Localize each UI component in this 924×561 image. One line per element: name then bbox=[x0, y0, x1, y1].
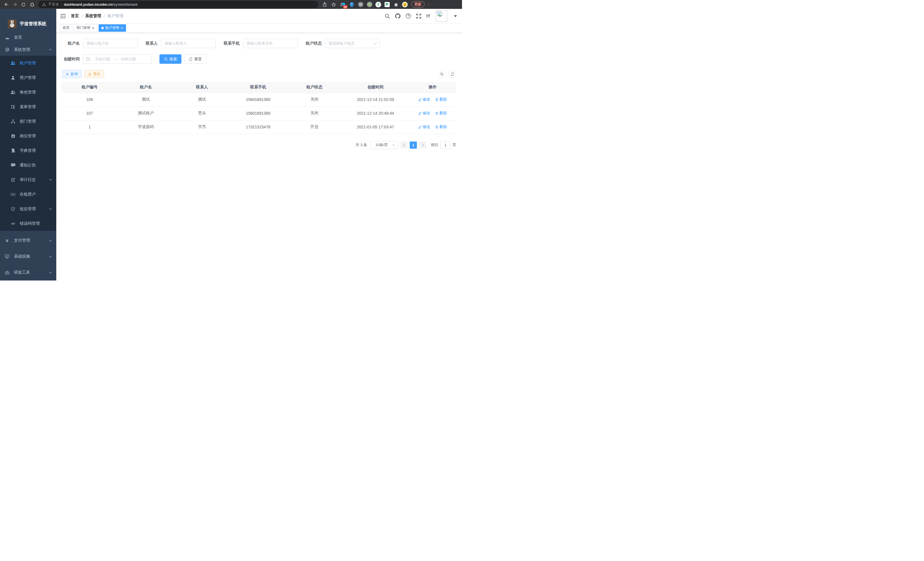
date-range-picker[interactable]: - bbox=[83, 54, 152, 64]
extensions-puzzle-icon[interactable] bbox=[393, 2, 399, 8]
field-label: 租户状态 bbox=[306, 41, 322, 46]
filter-tenant-name: 租户名 bbox=[62, 39, 138, 48]
contact-input[interactable] bbox=[161, 39, 216, 48]
extension-y-icon[interactable]: Y bbox=[375, 2, 381, 8]
sidebar-item-notice[interactable]: 通知公告 bbox=[0, 158, 56, 172]
table-row: 1 芋道源码 芋艿 17321315478 开启 2021-01-05 17:0… bbox=[62, 120, 456, 134]
sidebar-item-user[interactable]: 用户管理 bbox=[0, 70, 56, 85]
sidebar-item-label: 首页 bbox=[14, 35, 52, 40]
font-size-icon[interactable]: tT bbox=[426, 14, 430, 18]
share-icon[interactable] bbox=[321, 1, 328, 8]
refresh-table-icon[interactable] bbox=[448, 70, 456, 78]
reload-icon[interactable] bbox=[20, 1, 27, 8]
sidebar-item-error-code[interactable]: </> 错误码管理 bbox=[0, 216, 56, 231]
warning-triangle-icon bbox=[42, 3, 46, 6]
sidebar-item-sms[interactable]: 短信管理 bbox=[0, 202, 56, 216]
page-size-select[interactable]: 10条/页 bbox=[370, 141, 398, 149]
sidebar-item-audit-log[interactable]: 审计日志 bbox=[0, 172, 56, 187]
forward-icon[interactable] bbox=[11, 1, 18, 8]
chrome-update-button[interactable]: 更新 bbox=[411, 1, 424, 8]
sidebar-item-role[interactable]: 角色管理 bbox=[0, 85, 56, 99]
status-select[interactable] bbox=[325, 39, 380, 48]
navbar-actions: tT bbox=[385, 10, 457, 22]
sidebar-item-label: 字典管理 bbox=[20, 148, 52, 153]
close-icon[interactable] bbox=[92, 27, 94, 29]
cell-status: 关闭 bbox=[287, 93, 342, 106]
extension-command-icon[interactable]: ⌘ bbox=[358, 2, 363, 8]
edit-label: 修改 bbox=[423, 124, 430, 129]
tenant-name-input[interactable] bbox=[83, 39, 138, 48]
url-bar[interactable]: 不安全 dashboard.yudao.iocoder.cn/system/te… bbox=[38, 1, 318, 8]
end-date-input[interactable] bbox=[117, 57, 140, 61]
sidebar-item-label: 基础设施 bbox=[14, 254, 49, 259]
sidebar-item-tenant[interactable]: 租户管理 bbox=[0, 56, 56, 70]
extension-recorder-icon[interactable] bbox=[367, 2, 372, 8]
extension-monkey-icon[interactable]: 10 bbox=[340, 2, 346, 8]
sidebar-item-post[interactable]: 岗位管理 bbox=[0, 129, 56, 143]
sms-shield-icon bbox=[10, 207, 15, 211]
field-label: 租户名 bbox=[62, 41, 80, 46]
add-button[interactable]: 新增 bbox=[62, 70, 81, 78]
edit-link[interactable]: 修改 bbox=[418, 111, 430, 116]
help-icon[interactable] bbox=[405, 13, 411, 19]
mobile-input[interactable] bbox=[243, 39, 298, 48]
export-button[interactable]: 导出 bbox=[84, 70, 104, 78]
prev-page-button[interactable] bbox=[400, 141, 407, 149]
sidebar-logo[interactable]: 芋道管理系统 bbox=[0, 9, 56, 32]
reset-button[interactable]: 重置 bbox=[184, 54, 206, 64]
sidebar-item-infra[interactable]: 基础设施 bbox=[0, 248, 56, 265]
logo-rabbit-image bbox=[8, 20, 16, 28]
cell-tenant-id: 1 bbox=[62, 120, 117, 134]
browser-menu-icon[interactable]: ⋮ bbox=[427, 2, 431, 7]
breadcrumb-home[interactable]: 首页 bbox=[71, 14, 79, 19]
sidebar-item-dev-tools[interactable]: 研发工具 bbox=[0, 265, 56, 281]
page-number-1[interactable]: 1 bbox=[410, 141, 417, 149]
sidebar-item-home[interactable]: 首页 bbox=[0, 32, 56, 44]
tab-dept[interactable]: 部门管理 bbox=[74, 24, 97, 32]
cell-mobile: 15601691300 bbox=[230, 93, 286, 106]
status-select-input[interactable] bbox=[325, 39, 380, 48]
delete-link[interactable]: 删除 bbox=[435, 111, 447, 116]
sidebar-item-dept[interactable]: 部门管理 bbox=[0, 114, 56, 129]
sidebar-item-menu[interactable]: 菜单管理 bbox=[0, 99, 56, 114]
sidebar-item-system[interactable]: 系统管理 bbox=[0, 44, 56, 56]
col-contact: 联系人 bbox=[174, 82, 230, 93]
breadcrumb-system[interactable]: 系统管理 bbox=[85, 14, 101, 19]
col-status: 租户状态 bbox=[287, 82, 342, 93]
field-label: 创建时间 bbox=[62, 57, 80, 62]
sidebar-item-dict[interactable]: 字典管理 bbox=[0, 143, 56, 158]
header-search-icon[interactable] bbox=[385, 14, 390, 19]
tab-tenant[interactable]: 租户管理 bbox=[99, 24, 126, 32]
avatar-caret-down-icon[interactable] bbox=[454, 15, 457, 17]
profile-avatar-icon[interactable] bbox=[402, 2, 408, 8]
home-icon[interactable] bbox=[28, 1, 35, 8]
jump-page-input[interactable] bbox=[440, 141, 451, 149]
tab-home[interactable]: 首页 bbox=[60, 24, 72, 32]
sidebar-item-online-user[interactable]: 在线用户 bbox=[0, 187, 56, 202]
edit-link[interactable]: 修改 bbox=[418, 97, 430, 102]
fullscreen-icon[interactable] bbox=[416, 14, 422, 19]
tools-briefcase-icon bbox=[4, 271, 10, 275]
sidebar-item-pay[interactable]: ¥ 支付管理 bbox=[0, 232, 56, 248]
extension-balloon-icon[interactable] bbox=[349, 2, 355, 8]
close-icon[interactable] bbox=[121, 27, 123, 29]
extension-flag-icon[interactable] bbox=[384, 2, 390, 8]
next-page-button[interactable] bbox=[419, 141, 426, 149]
user-avatar-broken-image[interactable] bbox=[436, 10, 447, 22]
back-icon[interactable] bbox=[3, 1, 10, 8]
edit-link[interactable]: 修改 bbox=[418, 124, 430, 129]
jump-prefix: 前往 bbox=[431, 142, 438, 147]
url-path: /system/tenant bbox=[112, 3, 138, 7]
calendar-icon bbox=[86, 57, 90, 61]
delete-link[interactable]: 删除 bbox=[435, 97, 447, 102]
search-button[interactable]: 搜索 bbox=[159, 54, 182, 64]
filter-row-1: 租户名 联系人 联系手机 租户状态 bbox=[62, 39, 456, 48]
github-icon[interactable] bbox=[395, 13, 400, 19]
active-dot bbox=[101, 27, 104, 29]
notice-icon bbox=[10, 163, 15, 167]
start-date-input[interactable] bbox=[92, 57, 114, 61]
toggle-search-icon[interactable] bbox=[438, 70, 446, 78]
hamburger-icon[interactable] bbox=[60, 14, 66, 19]
delete-link[interactable]: 删除 bbox=[435, 124, 447, 129]
bookmark-star-icon[interactable] bbox=[330, 1, 337, 8]
